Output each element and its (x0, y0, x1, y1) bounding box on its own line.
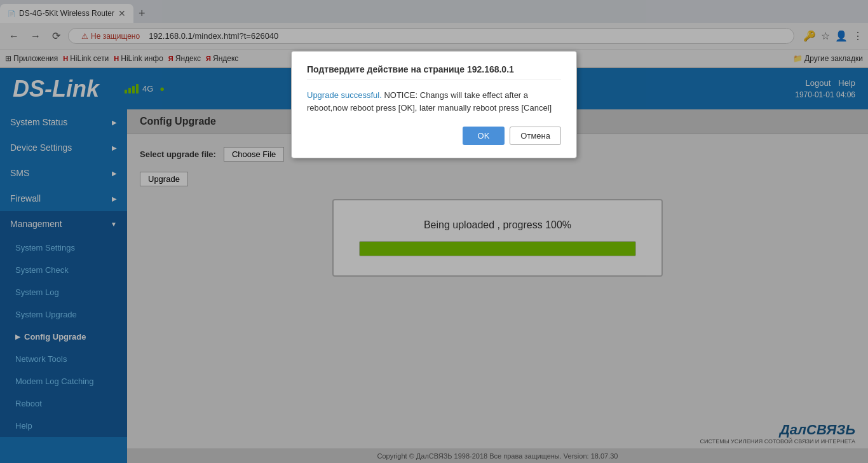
modal-success-text: Upgrade successful. (307, 90, 382, 100)
modal-ok-button[interactable]: OK (463, 127, 505, 145)
modal-title: Подтвердите действие на странице 192.168… (307, 64, 561, 80)
modal-buttons: OK Отмена (307, 127, 561, 145)
modal-message: Upgrade successful. NOTICE: Changs will … (307, 89, 561, 114)
modal-cancel-button[interactable]: Отмена (510, 127, 561, 145)
modal-dialog: Подтвердите действие на странице 192.168… (291, 51, 577, 158)
modal-overlay: Подтвердите действие на странице 192.168… (0, 0, 868, 463)
